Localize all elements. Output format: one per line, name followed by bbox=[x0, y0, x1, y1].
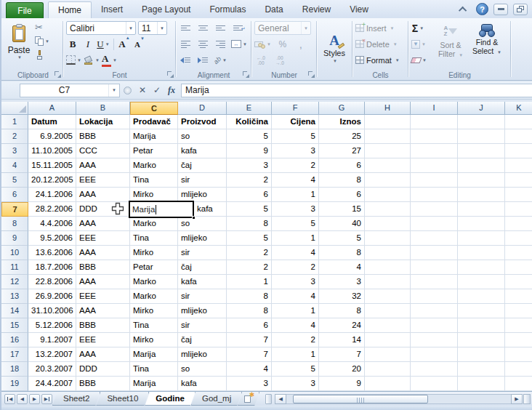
fill-handle[interactable] bbox=[192, 216, 196, 220]
decrease-indent-button[interactable] bbox=[179, 53, 192, 67]
cell-F12[interactable]: 3 bbox=[272, 275, 319, 289]
cell-K15[interactable] bbox=[505, 318, 532, 333]
cell-C15[interactable]: Tina bbox=[130, 318, 178, 333]
scrollbar-thumb[interactable] bbox=[293, 395, 427, 403]
cell-H5[interactable] bbox=[365, 173, 411, 188]
cell-D3[interactable]: kafa bbox=[178, 144, 227, 158]
cell-C2[interactable]: Marija bbox=[130, 129, 178, 144]
cell-K4[interactable] bbox=[505, 158, 532, 173]
cell-H13[interactable] bbox=[365, 289, 411, 304]
cell-G15[interactable]: 24 bbox=[319, 318, 365, 333]
cell-K9[interactable] bbox=[505, 231, 532, 246]
cell-G6[interactable]: 6 bbox=[319, 188, 365, 202]
cell-F4[interactable]: 2 bbox=[272, 158, 319, 173]
cell-J11[interactable] bbox=[458, 260, 505, 275]
cell-H15[interactable] bbox=[365, 318, 411, 333]
sheet-tab-god_mj[interactable]: God_mj bbox=[191, 392, 242, 406]
insert-cells-button[interactable]: +Insert▼ bbox=[355, 21, 394, 35]
cell-F6[interactable]: 1 bbox=[272, 188, 319, 202]
cell-A6[interactable]: 24.1.2006 bbox=[28, 188, 76, 202]
cell-E15[interactable]: 6 bbox=[227, 318, 272, 333]
cell-K3[interactable] bbox=[505, 144, 532, 158]
column-header-C[interactable]: C bbox=[130, 102, 178, 115]
cell-F16[interactable]: 2 bbox=[272, 333, 319, 347]
cut-button[interactable]: ✂ bbox=[33, 20, 63, 34]
cell-H7[interactable] bbox=[365, 202, 411, 217]
cell-I2[interactable] bbox=[411, 129, 458, 144]
cell-A14[interactable]: 31.10.2006 bbox=[28, 304, 76, 318]
cell-F9[interactable]: 1 bbox=[272, 231, 319, 246]
cell-C18[interactable]: Tina bbox=[130, 362, 178, 377]
clear-button[interactable]: ▼ bbox=[411, 53, 427, 67]
column-header-G[interactable]: G bbox=[319, 102, 365, 115]
cell-B14[interactable]: AAA bbox=[76, 304, 130, 318]
cell-I5[interactable] bbox=[411, 173, 458, 188]
cell-D18[interactable]: so bbox=[178, 362, 227, 377]
cell-F19[interactable]: 3 bbox=[272, 377, 319, 391]
cell-A18[interactable]: 20.3.2007 bbox=[28, 362, 76, 377]
format-cells-button[interactable]: Format▼ bbox=[355, 53, 400, 67]
cell-H16[interactable] bbox=[365, 333, 411, 347]
column-header-D[interactable]: D bbox=[178, 102, 227, 115]
first-sheet-button[interactable]: ◀ bbox=[4, 394, 15, 404]
sheet-tab-godine[interactable]: Godine bbox=[145, 392, 196, 406]
cell-I1[interactable] bbox=[411, 115, 458, 129]
cell-A11[interactable]: 18.7.2006 bbox=[28, 260, 76, 275]
cell-H14[interactable] bbox=[365, 304, 411, 318]
cell-K18[interactable] bbox=[505, 362, 532, 377]
row-header-4[interactable]: 4 bbox=[1, 158, 28, 173]
column-header-F[interactable]: F bbox=[272, 102, 319, 115]
cancel-entry-button[interactable]: ✕ bbox=[135, 84, 150, 97]
row-header-15[interactable]: 15 bbox=[1, 318, 28, 333]
cell-C4[interactable]: Marko bbox=[130, 158, 178, 173]
cell-K6[interactable] bbox=[505, 188, 532, 202]
cell-G19[interactable]: 9 bbox=[319, 377, 365, 391]
increase-font-button[interactable]: A▲ bbox=[118, 37, 131, 51]
cell-E19[interactable]: 3 bbox=[227, 377, 272, 391]
borders-button[interactable]: ▼ bbox=[66, 53, 81, 67]
cell-D8[interactable]: so bbox=[178, 217, 227, 231]
row-header-11[interactable]: 11 bbox=[1, 260, 28, 275]
merge-center-button[interactable]: ↔▼ bbox=[231, 37, 247, 51]
row-header-5[interactable]: 5 bbox=[1, 173, 28, 188]
cell-D1[interactable]: Proizvod bbox=[178, 115, 227, 129]
cell-I13[interactable] bbox=[411, 289, 458, 304]
ribbon-tab-formulas[interactable]: Formulas bbox=[200, 1, 255, 18]
cell-G4[interactable]: 6 bbox=[319, 158, 365, 173]
cell-K13[interactable] bbox=[505, 289, 532, 304]
cell-H1[interactable] bbox=[365, 115, 411, 129]
cell-I9[interactable] bbox=[411, 231, 458, 246]
cell-I15[interactable] bbox=[411, 318, 458, 333]
cell-B3[interactable]: CCC bbox=[76, 144, 130, 158]
cell-F2[interactable]: 5 bbox=[272, 129, 319, 144]
row-header-19[interactable]: 19 bbox=[1, 377, 28, 391]
cell-C3[interactable]: Petar bbox=[130, 144, 178, 158]
cell-K11[interactable] bbox=[505, 260, 532, 275]
cell-F10[interactable]: 4 bbox=[272, 246, 319, 260]
cell-K16[interactable] bbox=[505, 333, 532, 347]
cell-B8[interactable]: AAA bbox=[76, 217, 130, 231]
cell-I10[interactable] bbox=[411, 246, 458, 260]
file-tab[interactable]: File bbox=[6, 2, 44, 18]
row-header-7[interactable]: 7 bbox=[1, 202, 28, 217]
column-header-B[interactable]: B bbox=[76, 102, 130, 115]
cell-D11[interactable]: čaj bbox=[178, 260, 227, 275]
column-header-E[interactable]: E bbox=[227, 102, 272, 115]
cell-J6[interactable] bbox=[458, 188, 505, 202]
cell-B19[interactable]: BBB bbox=[76, 377, 130, 391]
row-header-10[interactable]: 10 bbox=[1, 246, 28, 260]
scrollbar-track[interactable] bbox=[286, 394, 511, 404]
name-box[interactable]: C7 ▼ bbox=[20, 84, 120, 97]
sort-filter-button[interactable]: AZ Sort & Filter ▼ bbox=[435, 20, 467, 60]
alignment-dialog-launcher[interactable] bbox=[242, 71, 249, 78]
cell-J3[interactable] bbox=[458, 144, 505, 158]
cell-K8[interactable] bbox=[505, 217, 532, 231]
bold-button[interactable]: B bbox=[66, 37, 79, 51]
cell-D2[interactable]: so bbox=[178, 129, 227, 144]
previous-sheet-button[interactable]: ◀ bbox=[17, 394, 28, 404]
cell-I19[interactable] bbox=[411, 377, 458, 391]
cell-I14[interactable] bbox=[411, 304, 458, 318]
cell-A19[interactable]: 24.4.2007 bbox=[28, 377, 76, 391]
tab-split-handle[interactable] bbox=[265, 394, 272, 404]
cell-E3[interactable]: 9 bbox=[227, 144, 272, 158]
